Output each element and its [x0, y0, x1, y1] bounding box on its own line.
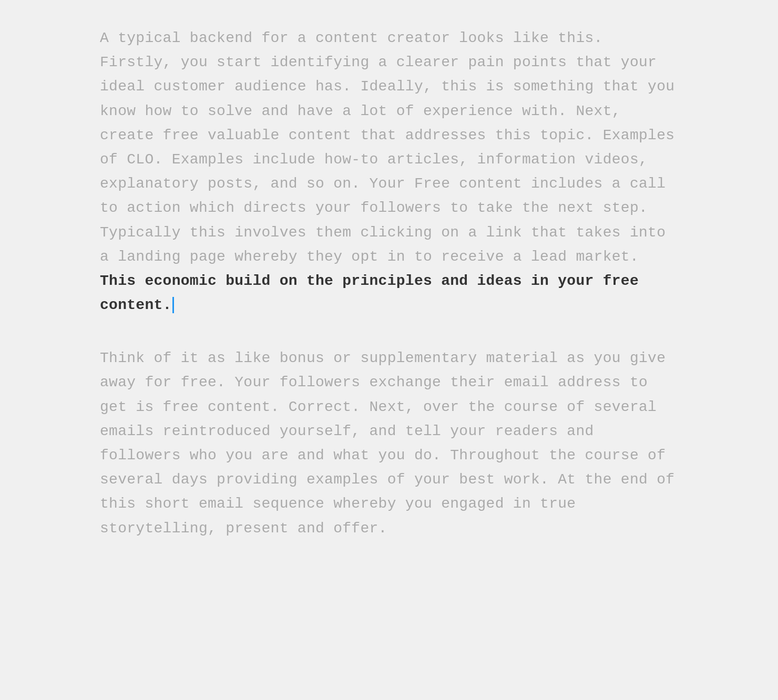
paragraph-1-normal-text: A typical backend for a content creator …: [100, 30, 674, 265]
paragraph-2-text: Think of it as like bonus or supplementa…: [100, 350, 674, 536]
paragraph-1: A typical backend for a content creator …: [100, 26, 678, 317]
text-cursor: [172, 297, 174, 313]
content-area: A typical backend for a content creator …: [100, 21, 678, 541]
paragraph-2: Think of it as like bonus or supplementa…: [100, 346, 678, 541]
paragraph-1-bold-content: This economic build on the principles an…: [100, 273, 639, 313]
